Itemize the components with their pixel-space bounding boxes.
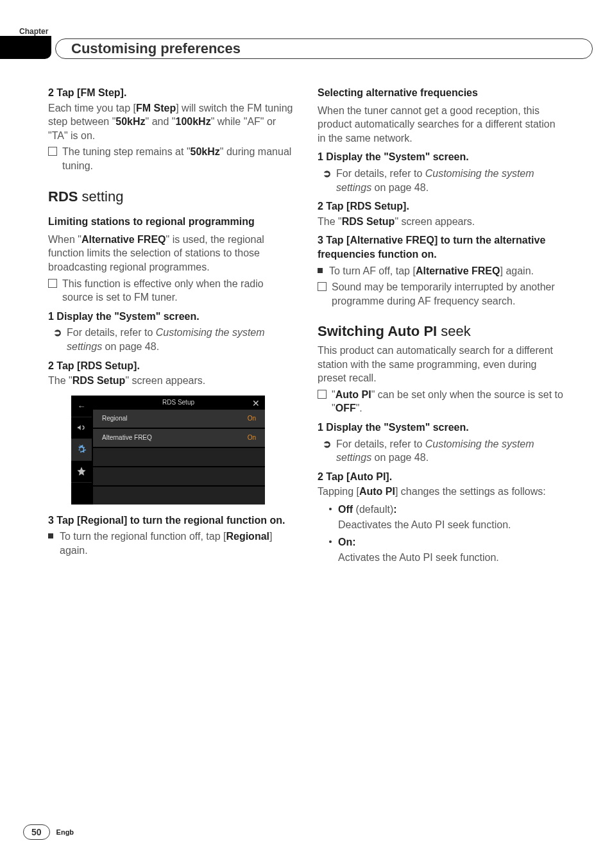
ss-main: RDS Setup ✕ Regional On Alternative FREQ…	[92, 396, 265, 505]
left-step3-bullet: To turn the regional function off, tap […	[48, 530, 294, 557]
right-step2-desc: The "RDS Setup" screen appears.	[318, 215, 564, 229]
fm-step-heading: 2 Tap [FM Step].	[48, 86, 294, 100]
ss-settings-icon[interactable]	[71, 439, 92, 461]
rds-setup-screenshot: ← RDS Setup ✕ Regional On	[71, 396, 265, 505]
autopi-desc: This product can automatically search fo…	[318, 344, 564, 385]
ss-row-regional[interactable]: Regional On	[93, 410, 265, 428]
autopi-step2-desc: Tapping [Auto PI] changes the settings a…	[318, 485, 564, 499]
autopi-on-item: On:	[318, 535, 564, 549]
limiting-heading: Limiting stations to regional programmin…	[48, 215, 294, 229]
right-af-note: Sound may be temporarily interrupted by …	[318, 280, 564, 308]
ss-close-button[interactable]: ✕	[252, 397, 260, 410]
autopi-off-item: Off (default):	[318, 503, 564, 517]
selecting-af-heading: Selecting alternative frequencies	[318, 86, 564, 100]
reference-icon: ➲	[323, 167, 331, 194]
autopi-step1: 1 Display the "System" screen.	[318, 421, 564, 435]
autopi-off-desc: Deactivates the Auto PI seek function.	[318, 518, 564, 532]
page-number: 50	[23, 824, 50, 840]
chapter-tab	[0, 36, 51, 59]
page-footer: 50 Engb	[23, 824, 74, 840]
ss-title: RDS Setup	[162, 398, 194, 407]
left-step1: 1 Display the "System" screen.	[48, 310, 294, 324]
right-column: Selecting alternative frequencies When t…	[318, 81, 564, 565]
bullet-icon	[318, 268, 323, 273]
bullet-icon	[329, 508, 332, 510]
ss-altfreq-value: On	[248, 433, 256, 442]
right-step1-ref: ➲ For details, refer to Customising the …	[318, 167, 564, 194]
note-icon	[318, 282, 327, 291]
fm-step-note: The tuning step remains at "50kHz" durin…	[48, 145, 294, 172]
ss-back-button[interactable]: ←	[71, 396, 92, 417]
ss-audio-icon[interactable]	[71, 417, 92, 439]
footer-language: Engb	[56, 828, 74, 836]
chapter-label: Chapter	[19, 27, 48, 36]
left-step3: 3 Tap [Regional] to turn the regional fu…	[48, 513, 294, 528]
right-step3-bullet: To turn AF off, tap [Alternative FREQ] a…	[318, 264, 564, 278]
ss-regional-label: Regional	[102, 414, 127, 423]
bullet-icon	[329, 540, 332, 543]
note-icon	[318, 390, 327, 399]
left-column: 2 Tap [FM Step]. Each time you tap [FM S…	[48, 81, 294, 565]
rds-setting-heading: RDS setting	[48, 187, 294, 206]
ss-fav-icon[interactable]	[71, 461, 92, 483]
ss-row-blank	[93, 487, 265, 505]
autopi-step1-ref: ➲ For details, refer to Customising the …	[318, 437, 564, 465]
reference-icon: ➲	[53, 326, 62, 353]
star-icon	[76, 466, 87, 476]
right-step1: 1 Display the "System" screen.	[318, 150, 564, 164]
bullet-icon	[48, 533, 53, 538]
ss-altfreq-label: Alternative FREQ	[102, 433, 152, 442]
gear-icon	[76, 444, 87, 455]
page-title-pill: Customising preferences	[55, 38, 593, 59]
left-step1-ref: ➲ For details, refer to Customising the …	[48, 326, 294, 353]
selecting-af-desc: When the tuner cannot get a good recepti…	[318, 104, 564, 146]
autopi-note: "Auto PI" can be set only when the sourc…	[318, 388, 564, 415]
autopi-step2: 2 Tap [Auto PI].	[318, 470, 564, 484]
ss-sidebar: ←	[71, 396, 92, 505]
autopi-heading: Switching Auto PI seek	[318, 322, 564, 341]
ss-row-blank	[93, 448, 265, 466]
page-header: Customising preferences	[0, 36, 593, 62]
ss-title-bar: RDS Setup ✕	[92, 396, 265, 410]
ss-row-altfreq[interactable]: Alternative FREQ On	[93, 429, 265, 447]
limiting-desc: When "Alternative FREQ" is used, the reg…	[48, 233, 294, 274]
left-step2-desc: The "RDS Setup" screen appears.	[48, 374, 294, 388]
note-icon	[48, 279, 57, 288]
reference-icon: ➲	[323, 437, 331, 465]
right-step3: 3 Tap [Alternative FREQ] to turn the alt…	[318, 233, 564, 261]
ss-regional-value: On	[248, 414, 256, 423]
fm-step-desc: Each time you tap [FM Step] will switch …	[48, 101, 294, 143]
limiting-note: This function is effective only when the…	[48, 277, 294, 305]
left-step2: 2 Tap [RDS Setup].	[48, 359, 294, 373]
ss-row-blank	[93, 467, 265, 485]
right-step2: 2 Tap [RDS Setup].	[318, 199, 564, 213]
page-title: Customising preferences	[71, 40, 241, 57]
speaker-icon	[76, 422, 87, 433]
autopi-on-desc: Activates the Auto PI seek function.	[318, 551, 564, 565]
note-icon	[48, 147, 57, 156]
